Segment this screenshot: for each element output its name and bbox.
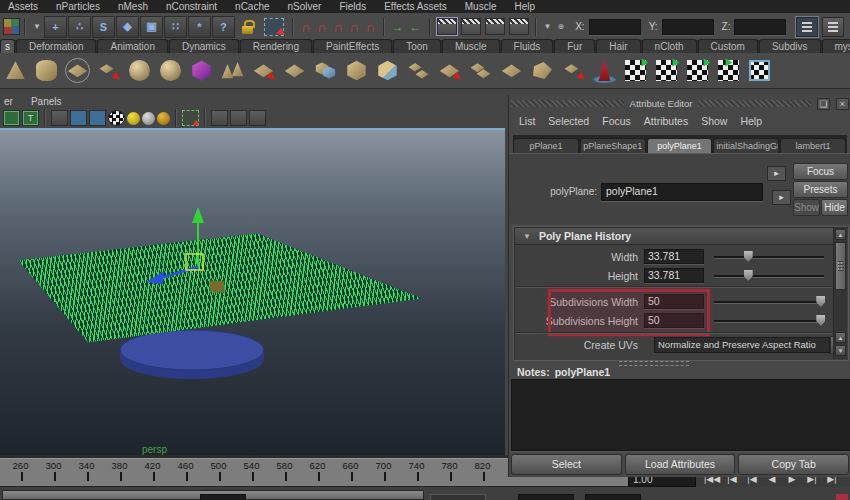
shelf-poly-extract-icon[interactable] bbox=[312, 57, 339, 84]
use-default-material-icon[interactable] bbox=[108, 110, 125, 126]
highlight-selection-icon[interactable] bbox=[264, 18, 284, 36]
attribute-editor-titlebar[interactable]: Attribute Editor ❏ × bbox=[511, 97, 849, 110]
tool-settings-toggle-icon[interactable] bbox=[822, 17, 844, 37]
shelf-poly-bridge-icon[interactable] bbox=[405, 57, 432, 84]
lighting-selected-icon[interactable] bbox=[157, 112, 170, 125]
shelf-tab-fur[interactable]: Fur bbox=[554, 39, 595, 53]
shelf-uv-planar-map-icon[interactable] bbox=[622, 57, 649, 84]
width-slider[interactable] bbox=[714, 250, 824, 263]
shelf-tab-myshelf[interactable]: myshelf bbox=[822, 39, 850, 53]
ae-menu-list[interactable]: List bbox=[519, 115, 535, 127]
xray-joints-icon[interactable] bbox=[230, 110, 247, 126]
output-connection-icon[interactable]: ▸ bbox=[772, 190, 791, 205]
shelf-tab-deformation[interactable]: Deformation bbox=[16, 39, 96, 53]
drag-handle[interactable] bbox=[698, 100, 811, 107]
auto-key-toggle[interactable] bbox=[836, 494, 848, 500]
shelf-poly-triangulate-icon[interactable] bbox=[219, 57, 246, 84]
node-name-field[interactable]: polyPlane1 bbox=[601, 183, 763, 201]
layout-shortcut-icon[interactable] bbox=[3, 18, 20, 35]
close-panel-icon[interactable]: × bbox=[836, 98, 849, 110]
range-field[interactable] bbox=[585, 494, 641, 500]
select-curves-icon[interactable]: S bbox=[92, 16, 115, 38]
ipr-render-icon[interactable] bbox=[485, 18, 505, 35]
hide-button[interactable]: Hide bbox=[821, 199, 848, 216]
select-misc-icon[interactable]: ? bbox=[212, 16, 235, 38]
viewport-grid-toggle-icon[interactable] bbox=[3, 110, 20, 126]
focus-button[interactable]: Focus bbox=[793, 163, 848, 180]
attribute-editor-toggle-icon[interactable] bbox=[796, 17, 818, 37]
shelf-uv-spherical-map-icon[interactable] bbox=[684, 57, 711, 84]
isolate-select-icon[interactable] bbox=[182, 110, 199, 126]
perspective-viewport[interactable]: persp bbox=[0, 128, 505, 455]
construction-history-icon[interactable] bbox=[437, 18, 457, 35]
vertical-scrollbar[interactable]: ▲ ▲ ▼ bbox=[833, 228, 847, 359]
shaded-display-icon[interactable] bbox=[70, 110, 87, 126]
textured-display-icon[interactable] bbox=[89, 110, 106, 126]
lighting-default-icon[interactable] bbox=[142, 112, 155, 125]
input-connection-icon[interactable]: ▸ bbox=[767, 166, 786, 181]
shelf-poly-split-icon[interactable] bbox=[467, 57, 494, 84]
shelf-poly-crease-icon[interactable] bbox=[529, 57, 556, 84]
shelf-polygon-sphere2-icon[interactable] bbox=[157, 57, 184, 84]
shelf-polygon-cube-highlighted-icon[interactable] bbox=[188, 57, 215, 84]
select-button[interactable]: Select bbox=[511, 454, 622, 475]
shelf-polygon-sphere-icon[interactable] bbox=[126, 57, 153, 84]
shelf-poly-merge-icon[interactable] bbox=[498, 57, 525, 84]
shelf-polygon-cylinder-icon[interactable] bbox=[33, 57, 60, 84]
tab-pplane1[interactable]: pPlane1 bbox=[513, 138, 579, 153]
tab-lambert1[interactable]: lambert1 bbox=[780, 138, 846, 153]
shelf-tab-polygons-partial[interactable]: s bbox=[0, 39, 15, 53]
subdivisions-height-slider[interactable] bbox=[714, 314, 824, 327]
lock-selection-icon[interactable] bbox=[242, 20, 254, 34]
render-settings-icon[interactable] bbox=[509, 18, 529, 35]
shelf-tab-fluids[interactable]: Fluids bbox=[501, 39, 554, 53]
shelf-tab-dynamics[interactable]: Dynamics bbox=[169, 39, 239, 53]
range-field[interactable] bbox=[518, 494, 574, 500]
ae-menu-focus[interactable]: Focus bbox=[602, 115, 631, 127]
notes-textarea[interactable] bbox=[511, 379, 850, 451]
shelf-uv-cylindrical-map-icon[interactable] bbox=[653, 57, 680, 84]
select-by-object-icon[interactable]: ∴ bbox=[68, 16, 91, 38]
presets-button[interactable]: Presets bbox=[793, 181, 848, 198]
shelf-tab-animation[interactable]: Animation bbox=[97, 39, 167, 53]
shelf-poly-mirror-icon[interactable] bbox=[560, 57, 587, 84]
xray-display-icon[interactable] bbox=[211, 110, 228, 126]
output-connections-icon[interactable]: ← bbox=[410, 20, 422, 34]
splitter-handle[interactable] bbox=[619, 361, 689, 366]
subdivisions-width-slider[interactable] bbox=[714, 295, 824, 308]
shelf-poly-combine-icon[interactable] bbox=[281, 57, 308, 84]
scrollbar-thumb[interactable] bbox=[835, 242, 846, 290]
shelf-poly-reduce-icon[interactable] bbox=[95, 57, 122, 84]
viewport-menu-panels[interactable]: Panels bbox=[31, 96, 62, 107]
shelf-tab-painteffects[interactable]: PaintEffects bbox=[313, 39, 392, 53]
ae-menu-selected[interactable]: Selected bbox=[548, 115, 589, 127]
tab-polyplane1[interactable]: polyPlane1 bbox=[647, 138, 713, 153]
height-field[interactable]: 33.781 bbox=[644, 268, 704, 283]
shelf-paint-cone-icon[interactable] bbox=[591, 57, 618, 84]
copy-tab-button[interactable]: Copy Tab bbox=[738, 454, 849, 475]
select-surfaces-icon[interactable]: ◈ bbox=[116, 16, 139, 38]
tab-initialshadinggroup[interactable]: initialShadingGroup bbox=[713, 138, 779, 153]
shelf-polygon-pyramid-icon[interactable] bbox=[2, 57, 29, 84]
selection-mode-dropdown-icon[interactable]: ▼ bbox=[30, 22, 44, 31]
menu-fields[interactable]: Fields bbox=[339, 1, 366, 12]
menu-nsolver[interactable]: nSolver bbox=[288, 1, 322, 12]
shelf-tab-muscle[interactable]: Muscle bbox=[442, 39, 500, 53]
collapse-arrow-icon[interactable]: ▼ bbox=[523, 232, 531, 241]
field-mode-dropdown-icon[interactable]: ▼ bbox=[541, 22, 555, 31]
manipulator-x-arrow[interactable] bbox=[146, 271, 164, 284]
width-field[interactable]: 33.781 bbox=[644, 249, 704, 264]
shelf-polygon-plane-circled-icon[interactable] bbox=[64, 57, 91, 84]
scroll-up-icon[interactable]: ▲ bbox=[835, 229, 846, 240]
exposure-icon[interactable] bbox=[249, 110, 266, 126]
z-input[interactable] bbox=[734, 19, 786, 35]
menu-nparticles[interactable]: nParticles bbox=[56, 1, 100, 12]
ae-menu-show[interactable]: Show bbox=[701, 115, 727, 127]
scroll-up2-icon[interactable]: ▲ bbox=[835, 332, 846, 343]
menu-assets[interactable]: Assets bbox=[8, 1, 38, 12]
poly-plane-history-section-header[interactable]: ▼ Poly Plane History bbox=[515, 228, 834, 245]
snap-to-point-icon[interactable]: ∩ bbox=[333, 20, 343, 34]
create-uvs-dropdown[interactable]: Normalize and Preserve Aspect Ratio bbox=[654, 337, 830, 353]
move-manipulator[interactable] bbox=[140, 205, 260, 300]
drag-handle[interactable] bbox=[511, 100, 624, 107]
